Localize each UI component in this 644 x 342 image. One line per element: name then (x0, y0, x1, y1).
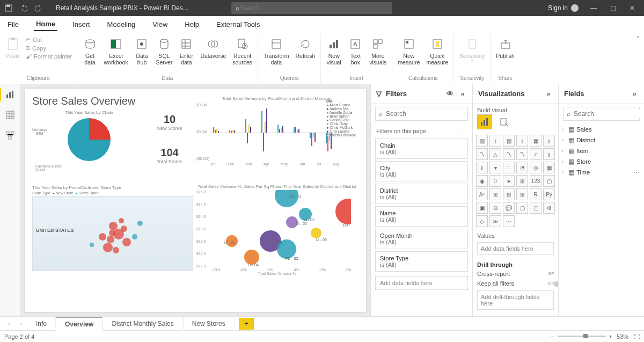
viz-type-tile[interactable]: ⬯ (489, 175, 501, 187)
field-table[interactable]: ›▦Item (559, 145, 644, 156)
viz-type-tile[interactable]: 〽 (503, 148, 515, 160)
zoom-out-button[interactable]: − (551, 333, 554, 340)
viz-type-tile[interactable]: ≫ (489, 215, 501, 227)
redo-icon[interactable] (32, 2, 45, 14)
quick-measure-button[interactable]: Quick measure (424, 35, 450, 75)
viz-type-tile[interactable]: ◉ (476, 175, 488, 187)
format-visual-tab[interactable] (496, 114, 511, 129)
fit-page-icon[interactable]: ⛶ (634, 333, 640, 340)
viz-type-tile[interactable]: ▥ (476, 135, 488, 147)
viz-type-tile[interactable]: ▢ (543, 175, 555, 187)
more-visuals-button[interactable]: More visuals (367, 35, 389, 75)
global-search[interactable]: ⌕ (231, 2, 392, 14)
viz-type-tile[interactable]: ⫿ (543, 148, 555, 160)
pie-visual[interactable]: This Year Sales by Chain Lindseys $4M Fa… (35, 110, 143, 172)
field-table[interactable]: ›▦District (559, 135, 644, 145)
card-new-stores[interactable]: 10 New Stores (148, 113, 191, 131)
menu-help[interactable]: Help (182, 18, 201, 31)
viz-type-tile[interactable]: ⫿ (543, 135, 555, 147)
collapse-fields-icon[interactable]: » (630, 90, 639, 98)
viz-type-tile[interactable]: ⊟ (489, 202, 501, 214)
add-page-button[interactable]: + (239, 318, 254, 330)
viz-type-tile[interactable]: R (530, 188, 541, 200)
viz-type-tile[interactable]: ⊞ (489, 188, 501, 200)
field-table[interactable]: ›▦Store (559, 156, 644, 167)
viz-type-tile[interactable]: 〽 (516, 148, 528, 160)
menu-view[interactable]: View (150, 18, 170, 31)
undo-icon[interactable] (17, 2, 30, 14)
viz-type-tile[interactable]: ◎ (530, 162, 541, 173)
format-painter-button[interactable]: 🖌Format painter (25, 53, 74, 60)
viz-type-tile[interactable]: ▢ (516, 202, 528, 214)
page-tab-new-stores[interactable]: New Stores (183, 317, 235, 331)
data-hub-button[interactable]: Data hub (132, 35, 151, 75)
report-canvas[interactable]: Store Sales Overview This Year Sales by … (20, 84, 370, 316)
fields-search[interactable]: ⌕ (563, 107, 640, 121)
new-visual-button[interactable]: New visual (324, 35, 343, 75)
new-measure-button[interactable]: New measure (396, 35, 422, 75)
page-tab-district[interactable]: District Monthly Sales (103, 317, 182, 331)
model-view-icon[interactable] (4, 129, 16, 141)
filter-card[interactable]: Chainis (All) (375, 139, 468, 159)
sensitivity-button[interactable]: Sensitivity˅ (457, 35, 487, 75)
viz-type-tile[interactable]: ▦ (543, 162, 555, 173)
filter-card[interactable]: Store Typeis (All) (375, 251, 468, 272)
card-total-stores[interactable]: 104 Total Stores (146, 147, 193, 164)
copy-button[interactable]: ⧉Copy (25, 44, 74, 52)
filter-card[interactable]: Districtis (All) (375, 184, 468, 204)
viz-type-tile[interactable]: ⋯ (503, 215, 515, 227)
field-table[interactable]: ›▦Sales (559, 124, 644, 135)
excel-workbook-button[interactable]: Excel workbook (102, 35, 130, 75)
page-next-button[interactable]: › (15, 320, 27, 328)
drill-well[interactable]: Add drill-through fields here (477, 290, 554, 310)
viz-type-tile[interactable]: ⚙ (543, 202, 555, 214)
filters-more-icon[interactable]: ⋯ (461, 127, 467, 134)
sign-in-button[interactable]: Sign in (548, 4, 579, 12)
filters-search[interactable]: ⌕ (375, 107, 468, 121)
viz-type-tile[interactable]: ⊞ (516, 188, 528, 200)
map-visual[interactable]: This Year Sales by PostalCode and Store … (32, 185, 193, 276)
close-button[interactable]: ✕ (623, 0, 642, 16)
collapse-viz-icon[interactable]: » (544, 90, 553, 98)
global-search-input[interactable] (239, 4, 388, 12)
viz-type-tile[interactable]: ▢ (530, 202, 541, 214)
field-table[interactable]: ›▦Time⋯ (559, 167, 644, 178)
menu-file[interactable]: File (5, 18, 21, 31)
fields-search-input[interactable] (574, 110, 644, 118)
viz-type-tile[interactable]: 💬 (503, 202, 515, 214)
collapse-filters-icon[interactable]: » (458, 90, 467, 98)
refresh-button[interactable]: Refresh (294, 35, 318, 75)
zoom-in-button[interactable]: + (609, 333, 612, 340)
values-well[interactable]: Add data fields here (477, 242, 554, 255)
viz-type-tile[interactable]: 123 (530, 175, 541, 187)
menu-modeling[interactable]: Modeling (105, 18, 138, 31)
menu-home[interactable]: Home (34, 18, 57, 31)
viz-type-tile[interactable]: ➤ (503, 175, 515, 187)
viz-type-tile[interactable]: ◔ (516, 162, 528, 173)
filters-add-slot[interactable]: Add data fields here (375, 276, 468, 290)
filter-card[interactable]: Cityis (All) (375, 161, 468, 181)
page-tab-info[interactable]: Info (27, 317, 56, 331)
recent-sources-button[interactable]: Recent sources (230, 35, 254, 75)
viz-type-tile[interactable]: ⫿ (489, 135, 501, 147)
eye-icon[interactable]: 👁 (445, 90, 454, 98)
text-box-button[interactable]: AText box (346, 35, 365, 75)
transform-data-button[interactable]: Transform data (261, 35, 291, 75)
dataverse-button[interactable]: Dataverse (198, 35, 228, 75)
viz-type-tile[interactable]: 〽 (476, 148, 488, 160)
filters-search-input[interactable] (386, 110, 466, 118)
viz-type-tile[interactable]: ⫽ (530, 148, 541, 160)
build-visual-tab[interactable] (477, 114, 492, 129)
enter-data-button[interactable]: Enter data (177, 35, 196, 75)
scatter-visual[interactable]: Total Sales Variance %, Sales Per Sq Ft … (196, 184, 357, 281)
minimize-button[interactable]: — (584, 0, 603, 16)
data-view-icon[interactable] (4, 109, 16, 121)
collapse-ribbon-button[interactable]: ˄ (636, 35, 640, 43)
viz-type-tile[interactable]: △ (489, 148, 501, 160)
viz-type-tile[interactable]: ⊞ (516, 175, 528, 187)
zoom-slider[interactable] (558, 336, 606, 337)
viz-type-tile[interactable]: ▤ (503, 135, 515, 147)
viz-type-tile[interactable]: ◇ (476, 215, 488, 227)
menu-insert[interactable]: Insert (70, 18, 92, 31)
viz-type-tile[interactable]: ▦ (530, 135, 541, 147)
